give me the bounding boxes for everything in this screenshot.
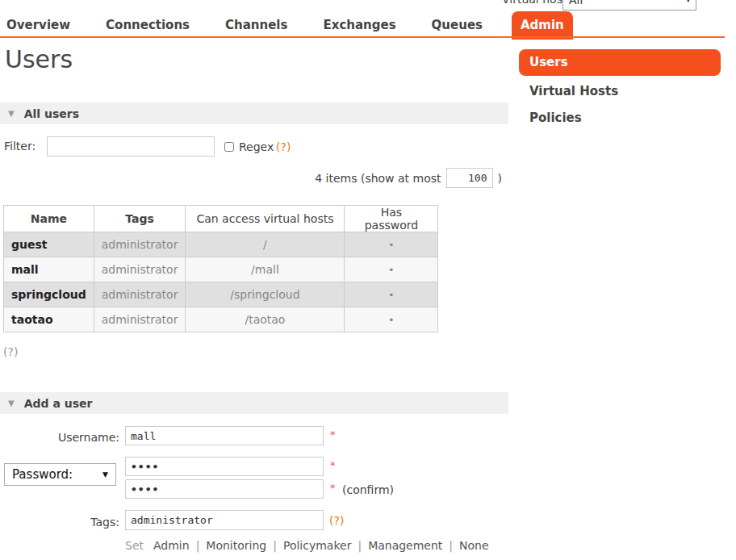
separator: | <box>358 539 362 552</box>
tags-help-link[interactable]: (?) <box>329 514 344 527</box>
user-name-link[interactable]: taotao <box>4 307 94 332</box>
user-vhosts: / <box>186 232 345 257</box>
user-tags: administrator <box>94 307 186 332</box>
username-label: Username: <box>0 431 119 444</box>
all-users-section-title: All users <box>24 107 79 120</box>
set-label: Set <box>125 539 144 552</box>
filter-label: Filter: <box>4 140 36 153</box>
confirm-note: (confirm) <box>342 483 394 496</box>
separator: | <box>273 539 277 552</box>
set-tag-admin[interactable]: Admin <box>153 539 190 552</box>
username-field[interactable] <box>125 426 324 445</box>
add-user-section-title: Add a user <box>24 397 93 410</box>
has-password-dot: • <box>345 257 438 282</box>
table-header-row: Name Tags Can access virtual hosts Has p… <box>4 206 438 232</box>
has-password-dot: • <box>345 282 438 307</box>
user-tags: administrator <box>94 232 186 257</box>
items-summary-suffix: ) <box>498 172 502 185</box>
tab-exchanges[interactable]: Exchanges <box>323 11 395 37</box>
password-type-select[interactable]: Password: ▼ <box>4 463 116 486</box>
has-password-dot: • <box>345 232 438 257</box>
tag-set-row: Set Admin | Monitoring | Policymaker | M… <box>125 539 489 552</box>
table-row: guest administrator / • <box>4 232 438 257</box>
user-vhosts: /mall <box>186 257 345 282</box>
user-name-link[interactable]: guest <box>4 232 94 257</box>
user-vhosts: /taotao <box>186 307 345 332</box>
top-nav: Overview Connections Channels Exchanges … <box>6 11 573 40</box>
user-name-link[interactable]: mall <box>4 257 94 282</box>
tab-overview[interactable]: Overview <box>6 11 70 37</box>
password-type-value: Password: <box>12 467 73 482</box>
nav-underline <box>0 36 725 38</box>
table-row: mall administrator /mall • <box>4 257 438 282</box>
password-confirm-field[interactable] <box>125 479 324 499</box>
password-field[interactable] <box>125 457 324 476</box>
set-tag-monitoring[interactable]: Monitoring <box>206 539 266 552</box>
table-row: springcloud administrator /springcloud • <box>4 282 438 307</box>
regex-help-link[interactable]: (?) <box>276 140 291 153</box>
set-tag-policymaker[interactable]: Policymaker <box>283 539 351 552</box>
col-header-has-password: Has password <box>345 206 438 232</box>
collapse-triangle-icon: ▼ <box>8 109 15 118</box>
add-user-section-header[interactable]: ▼ Add a user <box>0 392 508 414</box>
user-tags: administrator <box>94 257 186 282</box>
tab-admin[interactable]: Admin <box>512 11 573 40</box>
items-summary-prefix: 4 items (show at most <box>315 172 441 185</box>
col-header-name: Name <box>4 206 94 232</box>
set-tag-management[interactable]: Management <box>368 539 442 552</box>
regex-checkbox[interactable] <box>224 142 234 152</box>
required-asterisk: * <box>330 428 336 441</box>
sidebar-item-policies[interactable]: Policies <box>529 111 582 125</box>
set-tag-none[interactable]: None <box>459 539 489 552</box>
tab-queues[interactable]: Queues <box>432 11 483 37</box>
virtual-host-value: All <box>569 0 583 6</box>
user-tags: administrator <box>94 282 186 307</box>
has-password-dot: • <box>345 307 438 332</box>
col-header-tags: Tags <box>94 206 186 232</box>
sidebar-item-virtual-hosts[interactable]: Virtual Hosts <box>529 84 618 98</box>
required-asterisk: * <box>330 482 336 494</box>
filter-input[interactable] <box>47 136 215 157</box>
user-vhosts: /springcloud <box>186 282 345 307</box>
table-help-link[interactable]: (?) <box>3 345 18 358</box>
chevron-down-icon: ▾ <box>686 0 690 4</box>
collapse-triangle-icon: ▼ <box>8 399 15 407</box>
virtual-host-label: Virtual host: <box>502 0 571 6</box>
all-users-section-header[interactable]: ▼ All users <box>0 102 508 124</box>
col-header-vhosts: Can access virtual hosts <box>186 206 345 232</box>
sidebar-item-users[interactable]: Users <box>519 49 721 76</box>
separator: | <box>449 539 453 552</box>
show-at-most-input[interactable] <box>446 168 493 188</box>
chevron-down-icon: ▼ <box>102 470 108 479</box>
page-title: Users <box>5 45 73 73</box>
users-table: Name Tags Can access virtual hosts Has p… <box>3 205 438 332</box>
tags-label: Tags: <box>0 516 119 529</box>
tags-field[interactable] <box>125 510 324 530</box>
user-name-link[interactable]: springcloud <box>4 282 94 307</box>
separator: | <box>196 539 200 552</box>
required-asterisk: * <box>330 459 336 471</box>
items-summary: 4 items (show at most ) <box>315 168 502 188</box>
tab-channels[interactable]: Channels <box>225 11 287 37</box>
regex-label: Regex <box>239 140 274 153</box>
tab-connections[interactable]: Connections <box>106 11 190 37</box>
table-row: taotao administrator /taotao • <box>4 307 438 332</box>
virtual-host-select[interactable]: All ▾ <box>562 0 696 10</box>
